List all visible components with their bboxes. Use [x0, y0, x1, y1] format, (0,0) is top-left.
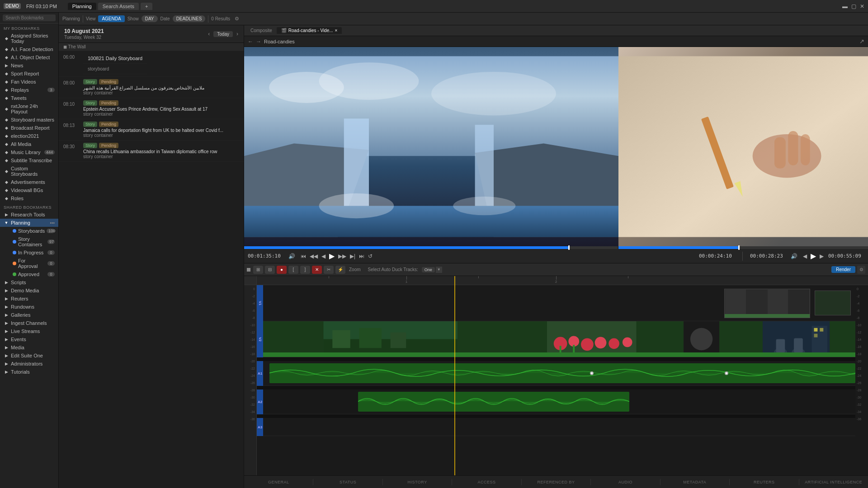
sidebar-item-music-library[interactable]: ◆ Music Library 444	[0, 148, 58, 156]
sidebar-item-subtitle[interactable]: ◆ Subtitle Transcribe	[0, 156, 58, 164]
settings-icon[interactable]: ⚙	[235, 16, 239, 22]
sidebar-item-all-media[interactable]: ◆ All Media	[0, 140, 58, 148]
planning-item-5[interactable]: 08:30 Story Pending China recalls Lithua…	[59, 141, 244, 162]
sidebar-item-custom-storyboards[interactable]: ◆ Custom Storyboards	[0, 164, 58, 178]
sidebar-item-in-progress[interactable]: In Progress 0	[7, 249, 58, 257]
today-button[interactable]: Today	[213, 31, 233, 37]
tab-planning[interactable]: Planning	[68, 3, 96, 10]
tl-zoom-fit[interactable]: ⊞	[253, 266, 263, 274]
nav-back-button[interactable]: ←	[248, 38, 253, 45]
move-tool[interactable]	[247, 268, 250, 272]
planning-item-3[interactable]: 08:10 Story Pending Epstein Accuser Sues…	[59, 98, 244, 119]
sidebar-item-videowall[interactable]: ◆ Videowall BGs	[0, 186, 58, 194]
for-approval-badge: 0	[47, 261, 55, 266]
sidebar-item-broadcast-report[interactable]: ◆ Broadcast Report	[0, 124, 58, 132]
tl-out[interactable]: ]	[300, 266, 310, 274]
tl-in[interactable]: [	[288, 266, 298, 274]
window-maximize-icon[interactable]: ▢	[851, 3, 856, 9]
sidebar-item-election[interactable]: ◆ election2021	[0, 132, 58, 140]
skip-to-start-button[interactable]: ⏮	[300, 252, 307, 260]
sidebar-item-nxtjone[interactable]: ◆ nxtJone 24h Playout	[0, 102, 58, 116]
video-tab-road-candies[interactable]: 🎬 Road-candies - Vide... ×	[277, 27, 342, 34]
sidebar-item-roles[interactable]: ◆ Roles	[0, 194, 58, 202]
scale-m36: -36	[244, 415, 256, 422]
right-next-frame-button[interactable]: ▶	[819, 252, 825, 260]
tl-grid[interactable]: ⊟	[265, 266, 275, 274]
planning-item-1[interactable]: 06:00 100821 Daily Storyboard storyboard	[59, 51, 244, 77]
v1-label: V1	[258, 301, 262, 305]
sidebar-item-galleries[interactable]: ▶ Galleries	[0, 311, 58, 319]
sidebar-item-news[interactable]: ▶ News	[0, 61, 58, 70]
sidebar-item-fan-videos[interactable]: ◆ Fan Videos	[0, 78, 58, 86]
tl-delete[interactable]: ✕	[312, 266, 322, 274]
date-next-button[interactable]: ›	[236, 31, 238, 37]
sidebar-item-storyboard-masters[interactable]: ◆ Storyboard masters	[0, 116, 58, 124]
sidebar-item-approved[interactable]: Approved 0	[7, 270, 58, 278]
sidebar-item-assigned-stories[interactable]: ◆ Assigned Stories Today	[0, 32, 58, 45]
day-button[interactable]: DAY	[142, 15, 158, 22]
timeline-settings-button[interactable]: ⚙	[857, 266, 865, 274]
sidebar-item-reuters[interactable]: ▶ Reuters	[0, 295, 58, 303]
one-label[interactable]: One	[422, 267, 435, 272]
left-progress-bar[interactable]	[244, 246, 618, 249]
sidebar-item-ingest-channels[interactable]: ▶ Ingest Channels	[0, 319, 58, 327]
render-button[interactable]: Render	[831, 266, 855, 273]
play-button[interactable]: ▶	[328, 251, 335, 261]
skip-to-end-button[interactable]: ⏭	[358, 252, 365, 260]
nav-forward-button[interactable]: →	[256, 38, 261, 45]
sidebar-item-advertisements[interactable]: ◆ Advertisements	[0, 178, 58, 186]
loop-button[interactable]: ↺	[367, 252, 373, 260]
window-minimize-icon[interactable]: ▬	[842, 3, 848, 9]
sidebar-item-events[interactable]: ▶ Events	[0, 335, 58, 343]
sidebar-item-label: Roles	[11, 196, 24, 201]
sidebar-item-for-approval[interactable]: For Approval 0	[7, 257, 58, 270]
sidebar-item-ai-face[interactable]: ◆ A.I. Face Detection	[0, 45, 58, 53]
sidebar-item-label: Live Streams	[11, 328, 40, 334]
bottom-table: GENERAL STATUS HISTORY ACCESS REFERENCED…	[244, 475, 868, 488]
rewind-button[interactable]: ◀	[321, 252, 326, 260]
sidebar-item-planning[interactable]: ▼ Planning •••	[0, 219, 58, 227]
sidebar-item-sport-report[interactable]: ◆ Sport Report	[0, 70, 58, 78]
tl-record[interactable]: ●	[277, 266, 287, 274]
planning-item-4[interactable]: 08:13 Story Pending Jamaica calls for de…	[59, 119, 244, 141]
next-frame-button[interactable]: ▶|	[349, 252, 356, 260]
ruler-mini-tick-3	[628, 276, 628, 278]
agenda-button[interactable]: AGENDA	[98, 15, 124, 22]
time-col-1: 06:00	[63, 53, 80, 74]
sidebar-item-demo-media[interactable]: ▶ Demo Media	[0, 286, 58, 295]
deadlines-button[interactable]: DEADLINES	[173, 15, 206, 22]
sidebar-item-administrators[interactable]: ▶ Administrators	[0, 360, 58, 368]
video-tab-close[interactable]: ×	[335, 28, 338, 33]
volume-right-button[interactable]: 🔊	[790, 252, 798, 260]
search-bookmarks-input[interactable]	[3, 14, 56, 21]
tl-effects[interactable]: ⚡	[335, 266, 345, 274]
sidebar-item-story-containers[interactable]: Story Containers 97	[7, 235, 58, 249]
window-close-icon[interactable]: ✕	[860, 3, 864, 9]
right-player-buttons: ◀ ▶ ▶	[802, 251, 825, 261]
sidebar-item-tutorials[interactable]: ▶ Tutorials	[0, 368, 58, 376]
right-play-button[interactable]: ▶	[810, 251, 817, 261]
prev-frame-button[interactable]: ◀◀	[309, 252, 319, 260]
sidebar-item-ai-object[interactable]: ◆ A.I. Object Detect	[0, 53, 58, 61]
right-progress-bar[interactable]	[618, 246, 868, 249]
sidebar-item-rundowns[interactable]: ▶ Rundowns	[0, 303, 58, 311]
right-prev-frame-button[interactable]: ◀	[802, 252, 808, 260]
tab-add[interactable]: +	[141, 3, 152, 10]
tab-search-assets[interactable]: Search Assets	[98, 3, 139, 10]
sidebar-item-replays[interactable]: ◆ Replays 3	[0, 86, 58, 94]
volume-left-button[interactable]: 🔊	[288, 252, 296, 260]
auto-duck-dropdown[interactable]: ▼	[436, 267, 442, 273]
sidebar-item-research-tools[interactable]: ▶ Research Tools	[0, 211, 58, 219]
sidebar-item-tweets[interactable]: ◆ Tweets	[0, 94, 58, 102]
sidebar-item-storyboards[interactable]: Storyboards 100	[7, 227, 58, 235]
planning-item-2[interactable]: 08:00 Story Pending ملايين الأشخاص يعترف…	[59, 77, 244, 98]
sidebar-item-edit-suite[interactable]: ▶ Edit Suite One	[0, 352, 58, 360]
fast-forward-button[interactable]: ▶▶	[337, 252, 347, 260]
sidebar-item-live-streams[interactable]: ▶ Live Streams	[0, 327, 58, 335]
sidebar-item-media[interactable]: ▶ Media	[0, 343, 58, 352]
date-prev-button[interactable]: ‹	[208, 31, 210, 37]
sidebar-item-scripts[interactable]: ▶ Scripts	[0, 278, 58, 286]
music-library-icon: ◆	[4, 150, 9, 155]
tl-cut[interactable]: ✂	[324, 266, 334, 274]
share-button[interactable]: ↗	[859, 38, 864, 45]
